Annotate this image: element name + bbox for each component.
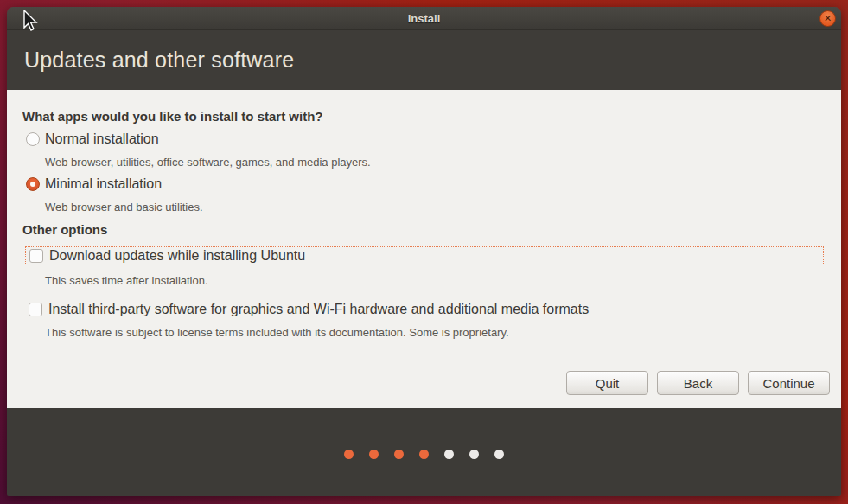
titlebar[interactable]: Install ✕ — [7, 7, 841, 30]
radio-label-normal: Normal installation — [45, 131, 159, 147]
radio-description-normal: Web browser, utilities, office software,… — [45, 156, 841, 169]
window-title: Install — [408, 12, 441, 25]
progress-dot — [469, 450, 479, 459]
checkbox-row-third-party[interactable]: Install third-party software for graphic… — [29, 302, 841, 317]
checkbox-description-download-updates: This saves time after installation. — [45, 274, 841, 287]
radio-row-minimal-installation[interactable]: Minimal installation — [26, 176, 841, 192]
checkbox-icon[interactable] — [29, 249, 43, 263]
page-header: Updates and other software — [7, 30, 841, 90]
continue-button[interactable]: Continue — [748, 371, 830, 395]
apps-question-heading: What apps would you like to install to s… — [22, 90, 841, 124]
progress-dot — [394, 450, 404, 459]
progress-dots — [344, 450, 504, 459]
mouse-cursor-icon — [23, 10, 39, 33]
installer-window: Install ✕ Updates and other software Wha… — [7, 7, 841, 496]
other-options-heading: Other options — [22, 222, 841, 237]
radio-button-selected-icon[interactable] — [26, 177, 40, 191]
back-button[interactable]: Back — [657, 371, 739, 395]
content-area: What apps would you like to install to s… — [7, 90, 841, 408]
quit-button[interactable]: Quit — [566, 371, 648, 395]
checkbox-label-download-updates: Download updates while installing Ubuntu — [49, 248, 305, 264]
radio-button-icon[interactable] — [26, 132, 40, 146]
close-button[interactable]: ✕ — [819, 10, 836, 27]
progress-dot — [494, 450, 504, 459]
checkbox-row-download-updates[interactable]: Download updates while installing Ubuntu — [25, 246, 824, 265]
page-title: Updates and other software — [24, 48, 841, 73]
checkbox-description-third-party: This software is subject to license term… — [45, 326, 841, 339]
progress-dot — [344, 450, 354, 459]
progress-dot — [444, 450, 454, 459]
close-icon: ✕ — [824, 14, 832, 23]
action-buttons: Quit Back Continue — [566, 371, 830, 395]
checkbox-icon[interactable] — [29, 303, 42, 316]
progress-dot — [419, 450, 429, 459]
radio-label-minimal: Minimal installation — [45, 176, 162, 192]
checkbox-label-third-party: Install third-party software for graphic… — [48, 302, 589, 317]
progress-footer — [7, 408, 841, 496]
progress-dot — [369, 450, 379, 459]
radio-description-minimal: Web browser and basic utilities. — [45, 201, 841, 214]
radio-row-normal-installation[interactable]: Normal installation — [26, 131, 841, 147]
